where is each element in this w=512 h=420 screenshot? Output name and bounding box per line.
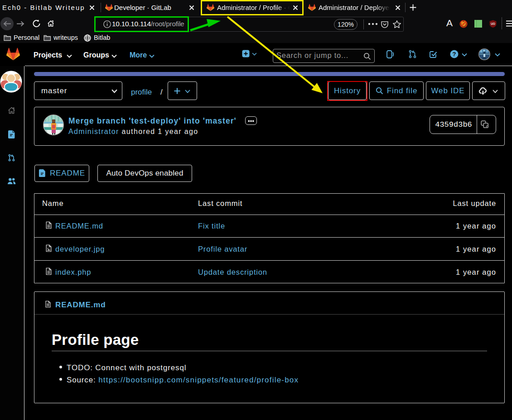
svg-text:?: ? bbox=[453, 51, 456, 57]
svg-text:UO: UO bbox=[491, 22, 495, 25]
